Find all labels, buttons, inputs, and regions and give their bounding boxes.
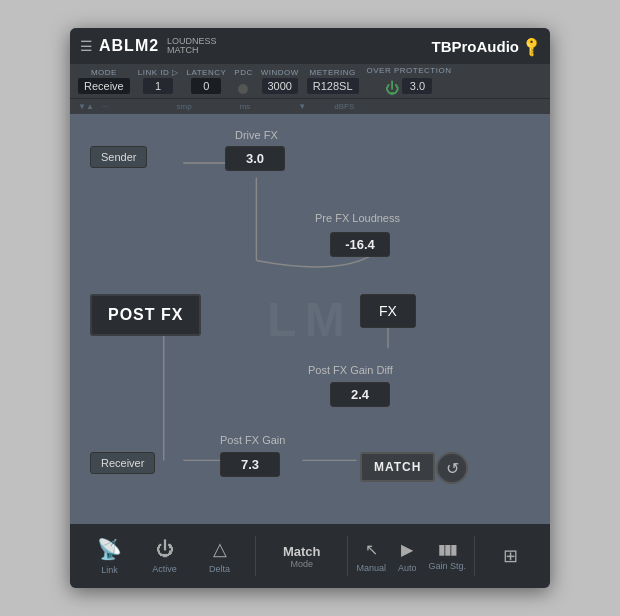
sub-smp: smp xyxy=(177,102,192,111)
delta-icon[interactable]: △ xyxy=(213,538,227,560)
drive-fx-label: Drive FX xyxy=(235,129,278,141)
sub-bar: ▼▲ ··· smp ms ▼ dBFS xyxy=(70,98,550,114)
controls-bar: MODE Receive LINK ID ▷ 1 Latency 0 PDC W… xyxy=(70,64,550,98)
pdc-label: PDC xyxy=(234,68,252,77)
prefx-loudness-value[interactable]: -16.4 xyxy=(330,232,390,257)
mode-label: MODE xyxy=(91,68,117,77)
manual-section: ↖ Manual xyxy=(356,540,386,573)
prefx-loudness-value-box[interactable]: -16.4 xyxy=(330,232,390,257)
tbpro-label: TBProAudio xyxy=(432,38,520,55)
reset-button[interactable]: ↺ xyxy=(436,452,468,484)
postfx-main-box[interactable]: POST FX xyxy=(90,294,201,336)
auto-label: Auto xyxy=(398,563,417,573)
dock-section: ⊞ xyxy=(483,545,538,567)
fx-label[interactable]: FX xyxy=(360,294,416,328)
match-button[interactable]: MATCH xyxy=(360,452,435,482)
postfx-label[interactable]: POST FX xyxy=(90,294,201,336)
sender-box[interactable]: Sender xyxy=(90,146,147,168)
linkid-value[interactable]: 1 xyxy=(143,78,173,94)
gain-stg-section: ▮▮▮ Gain Stg. xyxy=(428,541,466,571)
receiver-label[interactable]: Receiver xyxy=(90,452,155,474)
brand-subtitle: LOUDNESS MATCH xyxy=(167,37,217,55)
linkid-label: LINK ID ▷ xyxy=(138,68,179,77)
pdc-group: PDC xyxy=(234,68,252,94)
sub-ms: ms xyxy=(240,102,251,111)
key-icon[interactable]: 🔑 xyxy=(520,34,543,57)
reset-icon: ↺ xyxy=(446,459,459,478)
manual-label: Manual xyxy=(356,563,386,573)
postgain-diff-value[interactable]: 2.4 xyxy=(330,382,390,407)
overprotect-label: OVER PROTECTION xyxy=(367,66,452,75)
window-value[interactable]: 3000 xyxy=(262,78,298,94)
brand-ablm2: ABLM2 xyxy=(99,37,159,55)
gain-stg-label: Gain Stg. xyxy=(428,561,466,571)
postfx-gain-label: Post FX Gain xyxy=(220,434,285,446)
window-label: WINDOW xyxy=(261,68,299,77)
drive-fx-value-box[interactable]: 3.0 xyxy=(225,146,285,171)
overprotect-group: OVER PROTECTION ⏻ 3.0 xyxy=(367,66,452,96)
bottom-bar: 📡 Link ⏻ Active △ Delta Match Mode ↖ Man… xyxy=(70,524,550,588)
fx-box[interactable]: FX xyxy=(360,294,416,328)
match-mode-title: Match xyxy=(283,544,321,559)
header-left: ☰ ABLM2 LOUDNESS MATCH xyxy=(80,37,217,55)
sender-label[interactable]: Sender xyxy=(90,146,147,168)
metering-group: METERING R128SL xyxy=(307,68,359,94)
flow-layout: Drive FX Sender 3.0 Pre FX Loudness -16.… xyxy=(80,124,540,514)
latency-value[interactable]: 0 xyxy=(191,78,221,94)
link-label: Link xyxy=(101,565,118,575)
prefx-loudness-label: Pre FX Loudness xyxy=(315,212,400,224)
divider-1 xyxy=(255,536,256,576)
metering-label: METERING xyxy=(310,68,356,77)
latency-label: Latency xyxy=(186,68,226,77)
sub-dots: ··· xyxy=(102,102,109,111)
sub-dropdown: ▼ xyxy=(298,102,306,111)
active-icon[interactable]: ⏻ xyxy=(156,539,174,560)
drive-fx-value[interactable]: 3.0 xyxy=(225,146,285,171)
delta-label: Delta xyxy=(209,564,230,574)
sub-dbfs: dBFS xyxy=(334,102,354,111)
header-right: TBProAudio 🔑 xyxy=(432,38,541,55)
sub-arrows: ▼▲ xyxy=(78,102,94,111)
overprotect-value[interactable]: 3.0 xyxy=(402,78,432,94)
bars-icon[interactable]: ▮▮▮ xyxy=(438,541,456,557)
metering-value[interactable]: R128SL xyxy=(307,78,359,94)
mode-group: MODE Receive xyxy=(78,68,130,94)
main-area: LM Drive FX xyxy=(70,114,550,524)
dock-icon[interactable]: ⊞ xyxy=(503,545,518,567)
play-icon[interactable]: ▶ xyxy=(401,540,413,559)
divider-2 xyxy=(347,536,348,576)
pdc-dot[interactable] xyxy=(238,84,248,94)
postgain-diff-value-box[interactable]: 2.4 xyxy=(330,382,390,407)
postfx-gain-value[interactable]: 7.3 xyxy=(220,452,280,477)
active-label: Active xyxy=(152,564,177,574)
header: ☰ ABLM2 LOUDNESS MATCH TBProAudio 🔑 xyxy=(70,28,550,64)
postfx-gain-value-box[interactable]: 7.3 xyxy=(220,452,280,477)
match-button-container[interactable]: MATCH xyxy=(360,452,435,482)
postgain-diff-label: Post FX Gain Diff xyxy=(308,364,393,376)
plugin-container: ☰ ABLM2 LOUDNESS MATCH TBProAudio 🔑 MODE… xyxy=(70,28,550,588)
auto-section: ▶ Auto xyxy=(398,540,417,573)
power-icon[interactable]: ⏻ xyxy=(385,80,399,96)
receiver-box[interactable]: Receiver xyxy=(90,452,155,474)
reset-button-container[interactable]: ↺ xyxy=(436,452,468,484)
cursor-icon[interactable]: ↖ xyxy=(365,540,378,559)
bottom-right: ↖ Manual ▶ Auto ▮▮▮ Gain Stg. xyxy=(356,540,466,573)
link-section: 📡 Link xyxy=(82,537,137,575)
linkid-group: LINK ID ▷ 1 xyxy=(138,68,179,94)
mode-value[interactable]: Receive xyxy=(78,78,130,94)
divider-3 xyxy=(474,536,475,576)
latency-group: Latency 0 xyxy=(186,68,226,94)
delta-section: △ Delta xyxy=(192,538,247,574)
match-mode-section: Match Mode xyxy=(264,544,339,569)
active-section: ⏻ Active xyxy=(137,539,192,574)
window-group: WINDOW 3000 xyxy=(261,68,299,94)
menu-icon[interactable]: ☰ xyxy=(80,38,93,54)
match-mode-sub: Mode xyxy=(290,559,313,569)
link-icon[interactable]: 📡 xyxy=(97,537,122,561)
